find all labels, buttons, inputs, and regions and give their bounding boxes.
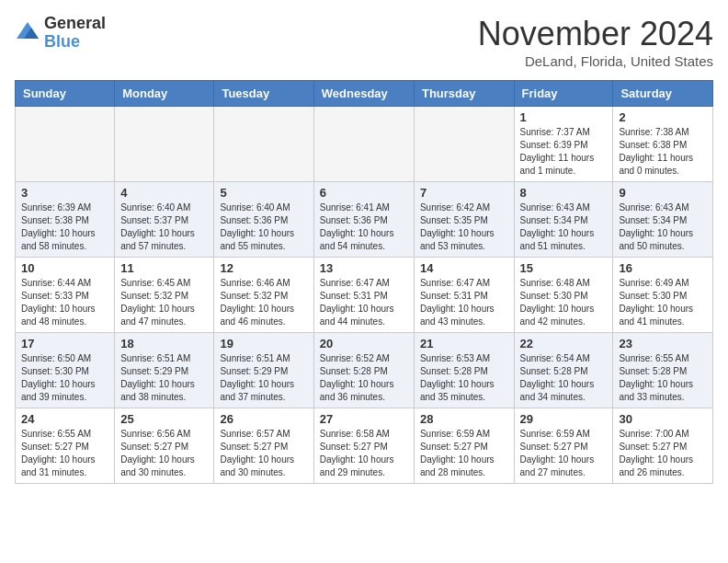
calendar-week-row: 1 Sunrise: 7:37 AMSunset: 6:39 PMDayligh… [16, 107, 713, 182]
month-title: November 2024 [478, 15, 713, 53]
page-header: General Blue November 2024 DeLand, Flori… [15, 15, 713, 69]
day-info: Sunrise: 6:54 AMSunset: 5:28 PMDaylight:… [520, 352, 608, 404]
logo-text: General Blue [44, 15, 106, 52]
day-number: 21 [420, 337, 508, 350]
weekday-header: Tuesday [214, 81, 313, 107]
calendar-day: 6 Sunrise: 6:41 AMSunset: 5:36 PMDayligh… [313, 182, 414, 258]
day-number: 2 [619, 110, 707, 124]
day-number: 20 [320, 337, 408, 350]
calendar-day: 28 Sunrise: 6:59 AMSunset: 5:27 PMDaylig… [414, 408, 514, 484]
day-number: 6 [320, 186, 408, 200]
day-number: 11 [120, 261, 208, 275]
calendar-day: 22 Sunrise: 6:54 AMSunset: 5:28 PMDaylig… [514, 333, 613, 408]
day-info: Sunrise: 6:57 AMSunset: 5:27 PMDaylight:… [220, 428, 307, 479]
day-number: 26 [220, 412, 307, 426]
day-number: 23 [619, 337, 707, 350]
day-number: 1 [520, 110, 608, 124]
calendar-day: 13 Sunrise: 6:47 AMSunset: 5:31 PMDaylig… [313, 258, 414, 333]
calendar-day: 2 Sunrise: 7:38 AMSunset: 6:38 PMDayligh… [613, 107, 713, 182]
day-info: Sunrise: 6:58 AMSunset: 5:27 PMDaylight:… [320, 428, 408, 479]
logo-icon [15, 20, 40, 46]
calendar-day [16, 107, 115, 182]
day-info: Sunrise: 6:46 AMSunset: 5:32 PMDaylight:… [220, 277, 307, 328]
day-number: 12 [220, 261, 307, 275]
calendar-day: 5 Sunrise: 6:40 AMSunset: 5:36 PMDayligh… [214, 182, 313, 258]
day-number: 9 [619, 186, 707, 200]
calendar-day: 14 Sunrise: 6:47 AMSunset: 5:31 PMDaylig… [414, 258, 514, 333]
day-number: 8 [520, 186, 608, 200]
day-info: Sunrise: 6:50 AMSunset: 5:30 PMDaylight:… [21, 352, 108, 404]
calendar-day: 7 Sunrise: 6:42 AMSunset: 5:35 PMDayligh… [414, 182, 514, 258]
weekday-header: Friday [514, 81, 613, 107]
day-info: Sunrise: 6:49 AMSunset: 5:30 PMDaylight:… [619, 277, 707, 328]
calendar-day: 21 Sunrise: 6:53 AMSunset: 5:28 PMDaylig… [414, 333, 514, 408]
logo: General Blue [15, 15, 106, 52]
logo-blue: Blue [44, 32, 80, 51]
logo-general: General [44, 14, 106, 32]
calendar-week-row: 24 Sunrise: 6:55 AMSunset: 5:27 PMDaylig… [16, 408, 713, 484]
calendar-day: 3 Sunrise: 6:39 AMSunset: 5:38 PMDayligh… [16, 182, 115, 258]
day-number: 29 [520, 412, 608, 426]
calendar-day: 23 Sunrise: 6:55 AMSunset: 5:28 PMDaylig… [613, 333, 713, 408]
day-number: 27 [320, 412, 408, 426]
calendar: SundayMondayTuesdayWednesdayThursdayFrid… [15, 80, 713, 484]
day-number: 22 [520, 337, 608, 350]
calendar-day: 9 Sunrise: 6:43 AMSunset: 5:34 PMDayligh… [613, 182, 713, 258]
day-number: 15 [520, 261, 608, 275]
calendar-day: 4 Sunrise: 6:40 AMSunset: 5:37 PMDayligh… [115, 182, 214, 258]
day-number: 19 [220, 337, 307, 350]
day-info: Sunrise: 6:55 AMSunset: 5:27 PMDaylight:… [21, 428, 108, 479]
calendar-day: 11 Sunrise: 6:45 AMSunset: 5:32 PMDaylig… [115, 258, 214, 333]
day-info: Sunrise: 7:38 AMSunset: 6:38 PMDaylight:… [619, 126, 707, 178]
day-info: Sunrise: 6:45 AMSunset: 5:32 PMDaylight:… [120, 277, 208, 328]
calendar-day: 29 Sunrise: 6:59 AMSunset: 5:27 PMDaylig… [514, 408, 613, 484]
day-info: Sunrise: 6:48 AMSunset: 5:30 PMDaylight:… [520, 277, 608, 328]
day-info: Sunrise: 6:51 AMSunset: 5:29 PMDaylight:… [220, 352, 307, 404]
day-info: Sunrise: 6:40 AMSunset: 5:37 PMDaylight:… [120, 201, 208, 253]
calendar-day: 10 Sunrise: 6:44 AMSunset: 5:33 PMDaylig… [16, 258, 115, 333]
day-info: Sunrise: 6:40 AMSunset: 5:36 PMDaylight:… [220, 201, 307, 253]
day-number: 7 [420, 186, 508, 200]
day-number: 30 [619, 412, 707, 426]
day-info: Sunrise: 6:59 AMSunset: 5:27 PMDaylight:… [420, 428, 508, 479]
day-number: 24 [21, 412, 108, 426]
calendar-day: 26 Sunrise: 6:57 AMSunset: 5:27 PMDaylig… [214, 408, 313, 484]
day-number: 17 [21, 337, 108, 350]
calendar-week-row: 17 Sunrise: 6:50 AMSunset: 5:30 PMDaylig… [16, 333, 713, 408]
day-info: Sunrise: 6:52 AMSunset: 5:28 PMDaylight:… [320, 352, 408, 404]
day-info: Sunrise: 6:44 AMSunset: 5:33 PMDaylight:… [21, 277, 108, 328]
weekday-header-row: SundayMondayTuesdayWednesdayThursdayFrid… [16, 81, 713, 107]
calendar-day: 1 Sunrise: 7:37 AMSunset: 6:39 PMDayligh… [514, 107, 613, 182]
calendar-day [414, 107, 514, 182]
day-number: 4 [120, 186, 208, 200]
calendar-week-row: 10 Sunrise: 6:44 AMSunset: 5:33 PMDaylig… [16, 258, 713, 333]
calendar-day [115, 107, 214, 182]
calendar-day [214, 107, 313, 182]
weekday-header: Sunday [16, 81, 115, 107]
calendar-week-row: 3 Sunrise: 6:39 AMSunset: 5:38 PMDayligh… [16, 182, 713, 258]
calendar-day: 15 Sunrise: 6:48 AMSunset: 5:30 PMDaylig… [514, 258, 613, 333]
weekday-header: Monday [115, 81, 214, 107]
day-number: 28 [420, 412, 508, 426]
day-info: Sunrise: 6:59 AMSunset: 5:27 PMDaylight:… [520, 428, 608, 479]
day-info: Sunrise: 6:51 AMSunset: 5:29 PMDaylight:… [120, 352, 208, 404]
calendar-day: 24 Sunrise: 6:55 AMSunset: 5:27 PMDaylig… [16, 408, 115, 484]
day-number: 5 [220, 186, 307, 200]
calendar-day: 8 Sunrise: 6:43 AMSunset: 5:34 PMDayligh… [514, 182, 613, 258]
calendar-day: 18 Sunrise: 6:51 AMSunset: 5:29 PMDaylig… [115, 333, 214, 408]
weekday-header: Wednesday [313, 81, 414, 107]
calendar-day: 16 Sunrise: 6:49 AMSunset: 5:30 PMDaylig… [613, 258, 713, 333]
day-number: 14 [420, 261, 508, 275]
day-info: Sunrise: 6:41 AMSunset: 5:36 PMDaylight:… [320, 201, 408, 253]
calendar-day: 27 Sunrise: 6:58 AMSunset: 5:27 PMDaylig… [313, 408, 414, 484]
day-info: Sunrise: 6:39 AMSunset: 5:38 PMDaylight:… [21, 201, 108, 253]
day-info: Sunrise: 6:53 AMSunset: 5:28 PMDaylight:… [420, 352, 508, 404]
day-info: Sunrise: 7:00 AMSunset: 5:27 PMDaylight:… [619, 428, 707, 479]
calendar-day [313, 107, 414, 182]
day-info: Sunrise: 6:55 AMSunset: 5:28 PMDaylight:… [619, 352, 707, 404]
day-number: 16 [619, 261, 707, 275]
location: DeLand, Florida, United States [478, 53, 713, 69]
day-info: Sunrise: 6:56 AMSunset: 5:27 PMDaylight:… [120, 428, 208, 479]
day-info: Sunrise: 6:43 AMSunset: 5:34 PMDaylight:… [520, 201, 608, 253]
calendar-day: 19 Sunrise: 6:51 AMSunset: 5:29 PMDaylig… [214, 333, 313, 408]
